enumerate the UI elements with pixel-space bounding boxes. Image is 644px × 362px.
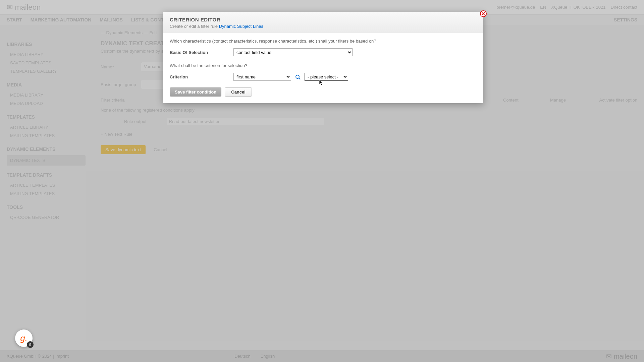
- svg-point-0: [296, 75, 299, 78]
- criterion-editor-modal: CRITERION EDITOR Create or edit a filter…: [163, 12, 483, 103]
- cancel-button[interactable]: Cancel: [225, 87, 252, 97]
- subtitle-prefix: Create or edit a filter rule: [170, 24, 219, 29]
- basis-select[interactable]: contact field value: [233, 48, 353, 56]
- save-filter-button[interactable]: Save filter condition: [170, 87, 221, 97]
- modal-title: CRITERION EDITOR: [170, 17, 477, 22]
- close-button[interactable]: [480, 10, 487, 17]
- help-badge: 9: [27, 341, 34, 348]
- help-bubble[interactable]: g. 9: [15, 329, 33, 347]
- question-basis: Which characteristics (contact character…: [170, 39, 477, 44]
- close-icon: [482, 12, 485, 15]
- criterion-select[interactable]: first name: [233, 73, 291, 81]
- search-icon[interactable]: [295, 74, 301, 80]
- criterion-label: Criterion: [170, 74, 233, 79]
- subtitle-link[interactable]: Dynamic Subject Lines: [219, 24, 263, 29]
- modal-subtitle: Create or edit a filter rule Dynamic Sub…: [170, 24, 477, 29]
- modal-body: Which characteristics (contact character…: [163, 33, 483, 103]
- operator-select[interactable]: - please select -: [305, 73, 348, 81]
- question-criterion: What shall be the criterion for selectio…: [170, 63, 477, 68]
- basis-label: Basis Of Selection: [170, 50, 233, 55]
- help-symbol: g.: [20, 333, 28, 344]
- modal-header: CRITERION EDITOR Create or edit a filter…: [163, 12, 483, 33]
